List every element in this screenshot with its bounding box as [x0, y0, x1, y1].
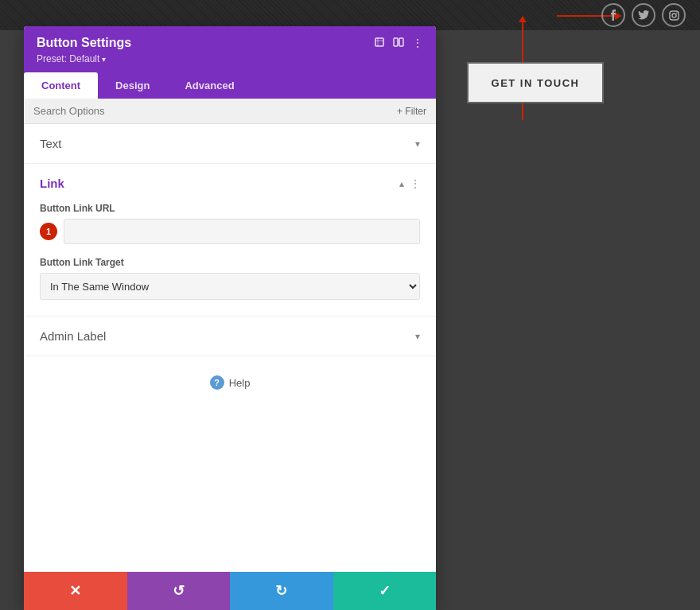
svg-rect-0 — [670, 11, 679, 20]
panel-tabs: Content Design Advanced — [24, 72, 436, 99]
link-section-icons: ▴ ⋮ — [399, 178, 420, 189]
search-bar: + Filter — [24, 99, 436, 124]
panel-body: Text ▾ Link ▴ ⋮ Button Link URL 1 Bu — [24, 124, 436, 572]
target-select[interactable]: In The Same Window In A New Tab — [40, 273, 420, 300]
link-section-title: Link — [40, 177, 64, 190]
cancel-button[interactable]: ✕ — [24, 572, 127, 610]
facebook-icon[interactable] — [601, 3, 625, 27]
text-section: Text ▾ — [24, 124, 436, 164]
admin-section-header[interactable]: Admin Label ▾ — [24, 317, 436, 356]
save-button[interactable]: ✓ — [333, 572, 437, 610]
panel-footer: ✕ ↺ ↻ ✓ — [24, 572, 436, 610]
svg-rect-4 — [394, 38, 398, 46]
text-chevron-icon: ▾ — [415, 138, 420, 150]
link-chevron-up-icon: ▴ — [399, 178, 404, 189]
get-in-touch-button[interactable]: GET IN TOUCH — [467, 62, 604, 103]
admin-chevron-icon: ▾ — [415, 331, 420, 342]
social-icons-group — [601, 3, 686, 27]
filter-button[interactable]: + Filter — [397, 106, 426, 117]
tab-advanced[interactable]: Advanced — [167, 72, 251, 99]
link-section: Link ▴ ⋮ Button Link URL 1 Button Link T… — [24, 164, 436, 317]
svg-point-2 — [676, 12, 677, 13]
search-input[interactable] — [33, 105, 397, 117]
admin-section: Admin Label ▾ — [24, 317, 436, 356]
text-section-header[interactable]: Text ▾ — [24, 124, 436, 163]
text-section-title: Text — [40, 137, 62, 150]
link-section-header[interactable]: Link ▴ ⋮ — [24, 164, 436, 203]
target-field-label: Button Link Target — [40, 257, 420, 268]
panel-header: Button Settings ⋮ Preset: Default — [24, 26, 436, 72]
link-section-body: Button Link URL 1 Button Link Target In … — [24, 203, 436, 316]
twitter-icon[interactable] — [632, 3, 655, 27]
panel-preset[interactable]: Preset: Default — [37, 53, 423, 64]
help-icon: ? — [210, 375, 224, 390]
url-input-row: 1 — [40, 219, 420, 244]
svg-rect-5 — [399, 38, 403, 46]
tab-content[interactable]: Content — [24, 72, 98, 99]
url-input[interactable] — [64, 219, 420, 244]
resize-icon[interactable] — [374, 37, 385, 50]
url-field-label: Button Link URL — [40, 203, 420, 214]
svg-point-1 — [672, 14, 676, 17]
redo-button[interactable]: ↻ — [230, 572, 333, 610]
instagram-icon[interactable] — [662, 3, 686, 27]
target-field-group: Button Link Target In The Same Window In… — [40, 257, 420, 300]
undo-button[interactable]: ↺ — [127, 572, 231, 610]
admin-section-title: Admin Label — [40, 329, 106, 343]
help-label[interactable]: Help — [229, 377, 251, 389]
panel-header-icons: ⋮ — [374, 37, 423, 50]
columns-icon[interactable] — [393, 37, 404, 50]
help-row: ? Help — [24, 356, 436, 409]
link-more-icon[interactable]: ⋮ — [410, 178, 420, 189]
tab-design[interactable]: Design — [98, 72, 167, 99]
more-options-icon[interactable]: ⋮ — [412, 37, 423, 49]
button-settings-panel: Button Settings ⋮ Preset: Default — [24, 26, 436, 610]
url-badge: 1 — [40, 223, 57, 240]
svg-rect-3 — [375, 38, 383, 46]
panel-title: Button Settings — [37, 36, 131, 50]
